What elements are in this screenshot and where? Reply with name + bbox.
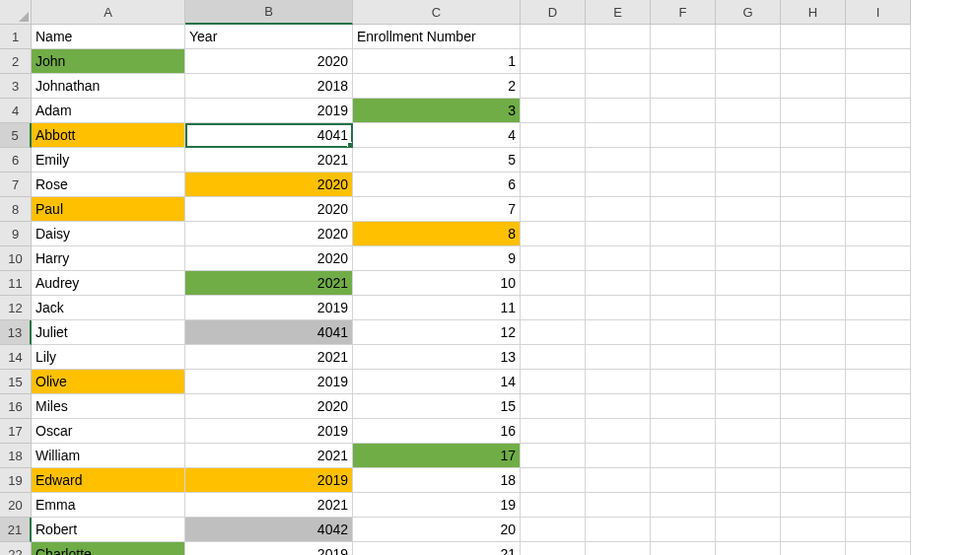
cell-A10[interactable]: Harry: [32, 246, 185, 271]
cell-G12[interactable]: [716, 296, 781, 320]
row-header-19[interactable]: 19: [0, 468, 32, 493]
cell-A11[interactable]: Audrey: [32, 271, 185, 296]
cell-E6[interactable]: [586, 148, 651, 173]
cell-A5[interactable]: Abbott: [32, 123, 185, 148]
cell-I3[interactable]: [846, 74, 911, 99]
cell-C20[interactable]: 19: [353, 493, 521, 518]
col-header-C[interactable]: C: [353, 0, 521, 25]
col-header-F[interactable]: F: [651, 0, 716, 25]
cell-E14[interactable]: [586, 345, 651, 370]
cell-D12[interactable]: [521, 296, 586, 320]
cell-I1[interactable]: [846, 25, 911, 49]
cell-A13[interactable]: Juliet: [32, 320, 185, 345]
cell-I13[interactable]: [846, 320, 911, 345]
cell-I14[interactable]: [846, 345, 911, 370]
cell-C11[interactable]: 10: [353, 271, 521, 296]
cell-F18[interactable]: [651, 444, 716, 468]
cell-B2[interactable]: 2020: [185, 49, 353, 74]
cell-E21[interactable]: [586, 518, 651, 542]
row-header-15[interactable]: 15: [0, 370, 32, 394]
cell-F14[interactable]: [651, 345, 716, 370]
cell-C10[interactable]: 9: [353, 246, 521, 271]
cell-D2[interactable]: [521, 49, 586, 74]
cell-C12[interactable]: 11: [353, 296, 521, 320]
cell-I17[interactable]: [846, 419, 911, 444]
cell-D9[interactable]: [521, 222, 586, 246]
cell-I19[interactable]: [846, 468, 911, 493]
cell-B3[interactable]: 2018: [185, 74, 353, 99]
cell-C21[interactable]: 20: [353, 518, 521, 542]
cell-I21[interactable]: [846, 518, 911, 542]
cell-I12[interactable]: [846, 296, 911, 320]
col-header-I[interactable]: I: [846, 0, 911, 25]
cell-H12[interactable]: [781, 296, 846, 320]
row-header-7[interactable]: 7: [0, 173, 32, 197]
cell-G18[interactable]: [716, 444, 781, 468]
cell-F11[interactable]: [651, 271, 716, 296]
cell-B20[interactable]: 2021: [185, 493, 353, 518]
cell-F21[interactable]: [651, 518, 716, 542]
cell-B15[interactable]: 2019: [185, 370, 353, 394]
cell-D8[interactable]: [521, 197, 586, 222]
cell-A15[interactable]: Olive: [32, 370, 185, 394]
row-header-12[interactable]: 12: [0, 296, 32, 320]
select-all-corner[interactable]: [0, 0, 32, 25]
row-header-18[interactable]: 18: [0, 444, 32, 468]
cell-C17[interactable]: 16: [353, 419, 521, 444]
cell-H16[interactable]: [781, 394, 846, 419]
cell-E3[interactable]: [586, 74, 651, 99]
cell-C8[interactable]: 7: [353, 197, 521, 222]
cell-F2[interactable]: [651, 49, 716, 74]
cell-A2[interactable]: John: [32, 49, 185, 74]
cell-E5[interactable]: [586, 123, 651, 148]
cell-B11[interactable]: 2021: [185, 271, 353, 296]
cell-D20[interactable]: [521, 493, 586, 518]
cell-G6[interactable]: [716, 148, 781, 173]
col-header-E[interactable]: E: [586, 0, 651, 25]
col-header-D[interactable]: D: [521, 0, 586, 25]
cell-H18[interactable]: [781, 444, 846, 468]
cell-F9[interactable]: [651, 222, 716, 246]
cell-F22[interactable]: [651, 542, 716, 555]
cell-F4[interactable]: [651, 99, 716, 123]
cell-A18[interactable]: William: [32, 444, 185, 468]
cell-G8[interactable]: [716, 197, 781, 222]
cell-A21[interactable]: Robert: [32, 518, 185, 542]
cell-B9[interactable]: 2020: [185, 222, 353, 246]
cell-B21[interactable]: 4042: [185, 518, 353, 542]
cell-E12[interactable]: [586, 296, 651, 320]
cell-B14[interactable]: 2021: [185, 345, 353, 370]
cell-G16[interactable]: [716, 394, 781, 419]
row-header-14[interactable]: 14: [0, 345, 32, 370]
cell-G2[interactable]: [716, 49, 781, 74]
cell-D1[interactable]: [521, 25, 586, 49]
cell-D4[interactable]: [521, 99, 586, 123]
cell-H6[interactable]: [781, 148, 846, 173]
cell-C6[interactable]: 5: [353, 148, 521, 173]
cell-H19[interactable]: [781, 468, 846, 493]
cell-B7[interactable]: 2020: [185, 173, 353, 197]
cell-C22[interactable]: 21: [353, 542, 521, 555]
cell-G13[interactable]: [716, 320, 781, 345]
cell-I11[interactable]: [846, 271, 911, 296]
row-header-5[interactable]: 5: [0, 123, 32, 148]
cell-G9[interactable]: [716, 222, 781, 246]
cell-H11[interactable]: [781, 271, 846, 296]
cell-D13[interactable]: [521, 320, 586, 345]
cell-H13[interactable]: [781, 320, 846, 345]
cell-F19[interactable]: [651, 468, 716, 493]
cell-E22[interactable]: [586, 542, 651, 555]
cell-G19[interactable]: [716, 468, 781, 493]
row-header-13[interactable]: 13: [0, 320, 32, 345]
cell-D5[interactable]: [521, 123, 586, 148]
cell-D22[interactable]: [521, 542, 586, 555]
cell-G1[interactable]: [716, 25, 781, 49]
cell-D7[interactable]: [521, 173, 586, 197]
cell-D11[interactable]: [521, 271, 586, 296]
cell-H5[interactable]: [781, 123, 846, 148]
cell-G14[interactable]: [716, 345, 781, 370]
cell-E20[interactable]: [586, 493, 651, 518]
cell-D19[interactable]: [521, 468, 586, 493]
cell-B19[interactable]: 2019: [185, 468, 353, 493]
cell-I22[interactable]: [846, 542, 911, 555]
